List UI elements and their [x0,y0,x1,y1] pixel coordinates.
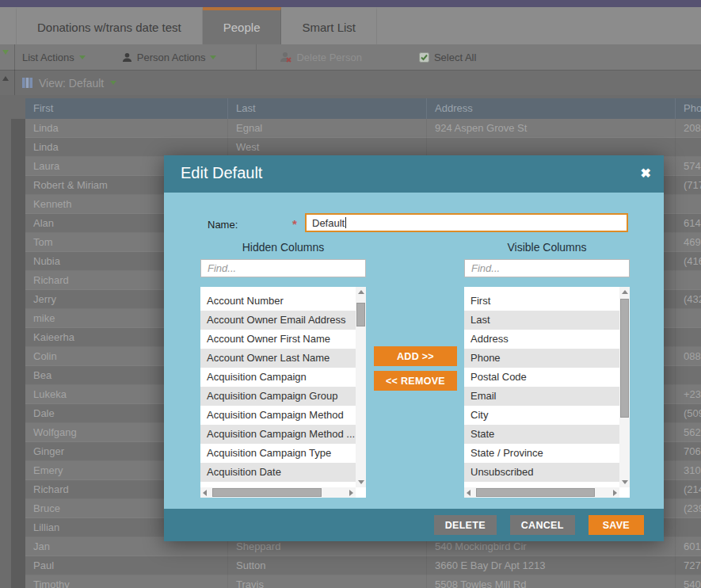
table-cell: 61404 [675,214,701,233]
table-cell: 56223 [675,423,701,442]
vertical-scrollbar[interactable] [356,287,366,487]
tab-donations[interactable]: Donations w/trans date test [16,7,203,44]
column-header[interactable]: First [25,98,227,119]
columns-icon [22,78,32,88]
column-header[interactable]: Last [227,98,426,119]
scroll-down-icon[interactable] [358,480,364,484]
person-actions-label: Person Actions [137,52,206,63]
hidden-columns-items: Account NumberAccount Owner Email Addres… [200,287,356,487]
scrollbar-thumb[interactable] [620,299,629,418]
list-item[interactable]: Address [464,330,619,349]
scroll-up-icon[interactable] [358,290,364,294]
table-cell: (239)8 [675,499,701,518]
table-cell: 54089 [675,575,701,588]
list-item[interactable]: Account Owner Last Name [200,349,356,368]
toolbar-divider [256,44,257,70]
name-label: Name: [208,219,238,231]
list-item[interactable]: Account Owner Email Address [200,311,356,330]
table-row[interactable]: TimothyTravis5508 Towles Mill Rd54089 [25,575,701,588]
list-item[interactable]: Acquisition Campaign Type [200,444,356,463]
table-cell: (214)4 [675,480,701,499]
list-item[interactable]: Acquisition Campaign Method ... [200,425,356,444]
table-row[interactable]: LindaEgnal924 Aspen Grove St20828 [25,119,701,138]
visible-columns-list: FirstLastAddressPhonePostal CodeEmailCit… [464,287,630,498]
list-item[interactable]: State [464,425,619,444]
horizontal-scrollbar[interactable] [464,487,619,498]
panel-divider [14,44,15,95]
list-item[interactable]: Phone [464,349,619,368]
list-actions-button[interactable]: List Actions [14,44,93,70]
cancel-button[interactable]: CANCEL [510,515,575,535]
horizontal-scrollbar[interactable] [200,487,356,498]
tab-people[interactable]: People [203,7,282,44]
scroll-left-icon[interactable] [203,490,207,496]
list-item[interactable]: Account Number [200,292,356,311]
scroll-right-icon[interactable] [613,490,617,496]
app-root: Donations w/trans date test People Smart… [0,0,701,588]
scroll-up-icon[interactable] [622,290,628,294]
table-cell: Egnal [227,119,426,138]
list-item[interactable]: Last [464,311,619,330]
table-cell: 20828 [675,119,701,138]
visible-find-input[interactable] [464,259,630,277]
table-cell: Linda [25,138,227,157]
scrollbar-thumb[interactable] [356,303,365,326]
list-item[interactable]: City [464,406,619,425]
tab-label: People [223,21,261,34]
collapse-panel-icon[interactable] [2,50,9,55]
table-cell: Linda [25,119,227,138]
visible-columns-items: FirstLastAddressPhonePostal CodeEmailCit… [464,287,619,487]
table-cell: Timothy [25,575,227,588]
table-cell: 57478 [675,157,701,176]
remove-button[interactable]: << REMOVE [374,371,457,391]
table-cell: (717)4 [675,176,701,195]
list-item[interactable]: State / Province [464,444,619,463]
table-cell [675,271,701,290]
save-button[interactable]: SAVE [589,515,644,535]
view-bar[interactable]: View: Default [0,70,701,95]
chevron-down-icon [79,55,86,59]
list-item[interactable]: Unsubscribed [464,463,619,482]
tab-label: Smart List [302,21,356,34]
scrollbar-thumb[interactable] [212,488,322,497]
delete-person-label: Delete Person [296,52,361,63]
list-item[interactable]: First [464,292,619,311]
list-item[interactable]: Acquisition Campaign Method [200,406,356,425]
expand-panel-icon[interactable] [2,76,9,81]
column-header[interactable]: Address [426,98,675,119]
hidden-find-input[interactable] [200,259,366,277]
delete-button[interactable]: DELETE [434,515,497,535]
list-item[interactable]: Acquisition Campaign [200,368,356,387]
scroll-left-icon[interactable] [467,490,471,496]
scroll-down-icon[interactable] [622,480,628,484]
visible-columns-title: Visible Columns [464,241,630,254]
column-header[interactable]: Phone [675,98,701,119]
vertical-scrollbar[interactable] [619,287,630,487]
person-actions-button[interactable]: Person Actions [114,44,225,70]
list-item[interactable]: Acquisition Campaign Group [200,387,356,406]
table-cell: 72750 [675,556,701,575]
scroll-right-icon[interactable] [349,490,353,496]
tab-label: Donations w/trans date test [37,21,181,34]
table-cell [675,138,701,157]
name-input-value: Default [312,217,345,229]
modal-title: Edit Default [181,164,262,182]
select-all-label: Select All [434,52,476,63]
list-item[interactable]: Account Owner First Name [200,330,356,349]
edit-view-modal: Edit Default ✖ Name: * Default Hidden Co… [164,155,664,541]
list-item[interactable]: Email [464,387,619,406]
scrollbar-thumb[interactable] [476,488,595,497]
list-item[interactable]: Postal Code [464,368,619,387]
table-cell: 70624 [675,442,701,461]
list-item[interactable]: Acquisition Date [200,463,356,482]
table-row[interactable]: LindaWest [25,138,701,157]
delete-person-button: Delete Person [272,44,369,70]
modal-body: Name: * Default Hidden Columns Visible C… [164,193,664,509]
close-icon[interactable]: ✖ [641,166,651,181]
table-cell: Paul [25,556,227,575]
table-row[interactable]: PaulSutton3660 E Bay Dr Apt 121372750 [25,556,701,575]
select-all-button[interactable]: Select All [411,44,484,70]
add-button[interactable]: ADD >> [374,346,457,366]
name-input[interactable]: Default [305,213,628,232]
tab-smart-list[interactable]: Smart List [281,7,377,44]
